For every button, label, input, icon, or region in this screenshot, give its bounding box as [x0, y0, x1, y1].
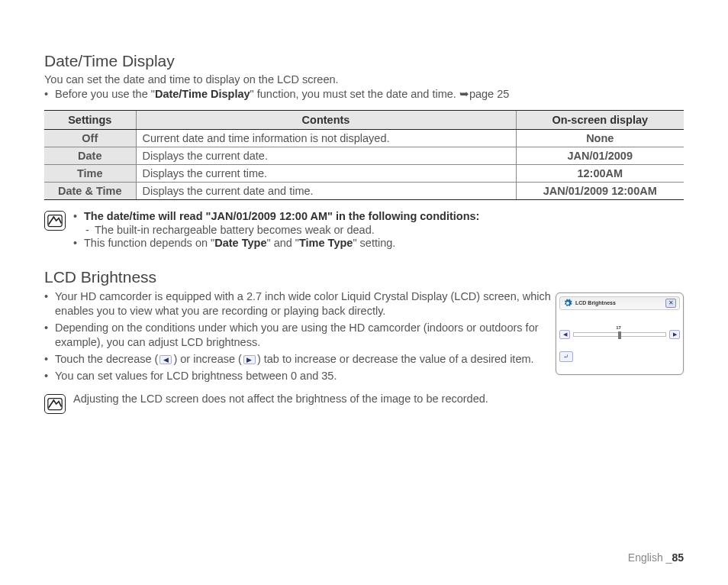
table-row: Date & Time Displays the current date an… [44, 182, 684, 199]
table-header-row: Settings Contents On-screen display [44, 110, 684, 129]
slider-value: 17 [616, 325, 621, 330]
note-icon [44, 211, 66, 231]
list-item: You can set values for LCD brightness be… [44, 369, 556, 384]
decrease-button[interactable]: ◀ [559, 330, 570, 339]
slider-thumb[interactable] [618, 331, 621, 339]
table-row: Date Displays the current date. JAN/01/2… [44, 147, 684, 164]
list-item: Touch the decrease (◀) or increase (▶) t… [44, 352, 556, 367]
table-row: Off Current date and time information is… [44, 129, 684, 147]
section-lcd-brightness: LCD Brightness LCD Brightness ✕ ◀ 17 ▶ ⤶… [44, 268, 684, 414]
note-line: The date/time will read "JAN/01/2009 12:… [73, 209, 479, 225]
note-icon [44, 394, 66, 414]
list-item: Your HD camcorder is equipped with a 2.7… [44, 289, 556, 319]
settings-table: Settings Contents On-screen display Off … [44, 110, 684, 200]
table-row: Time Displays the current time. 12:00AM [44, 164, 684, 182]
col-settings: Settings [44, 110, 136, 129]
note-block: The date/time will read "JAN/01/2009 12:… [44, 209, 684, 251]
increase-arrow-icon: ▶ [243, 355, 256, 364]
section-date-time: Date/Time Display You can set the date a… [44, 52, 684, 251]
note-block: Adjusting the LCD screen does not affect… [44, 393, 684, 414]
lcd-panel-header: LCD Brightness ✕ [559, 296, 680, 310]
page-footer: English _85 [628, 551, 684, 564]
close-icon[interactable]: ✕ [665, 299, 676, 308]
intro-text: You can set the date and time to display… [44, 73, 684, 86]
note-line: This function depends on "Date Type" and… [73, 236, 479, 251]
back-button[interactable]: ⤶ [559, 351, 573, 362]
lcd-panel-title: LCD Brightness [575, 300, 662, 305]
gear-icon [563, 299, 572, 308]
list-item: Depending on the conditions under which … [44, 321, 556, 351]
increase-button[interactable]: ▶ [669, 330, 680, 339]
note-text: Adjusting the LCD screen does not affect… [73, 393, 488, 405]
prerequisite-note: Before you use the "Date/Time Display" f… [44, 87, 684, 102]
section-title: Date/Time Display [44, 52, 684, 70]
page-ref-arrow-icon: ➥ [459, 88, 469, 100]
lcd-brightness-panel: LCD Brightness ✕ ◀ 17 ▶ ⤶ [556, 292, 684, 375]
brightness-slider[interactable]: 17 [573, 332, 666, 337]
decrease-arrow-icon: ◀ [159, 355, 172, 364]
section-title: LCD Brightness [44, 268, 684, 286]
col-contents: Contents [136, 110, 516, 129]
note-dash-line: The built-in rechargeable battery become… [73, 224, 479, 236]
col-display: On-screen display [516, 110, 684, 129]
